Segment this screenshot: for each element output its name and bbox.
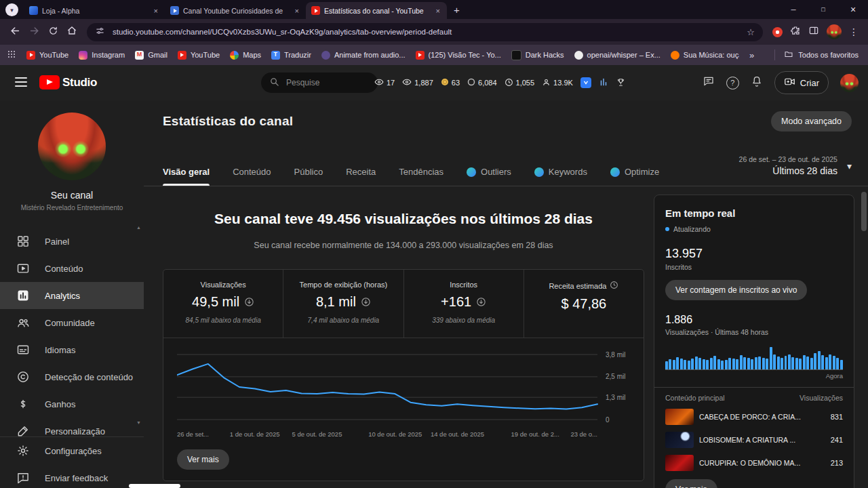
period-selector[interactable]: 26 de set. – 23 de out. de 2025 Últimos … xyxy=(739,155,852,176)
vidiq-icon[interactable] xyxy=(580,77,591,88)
sidebar-item-gear[interactable]: Configurações xyxy=(0,437,144,464)
search-input[interactable] xyxy=(285,77,370,88)
sidebar-item-feedback[interactable]: Enviar feedback xyxy=(0,464,144,488)
apps-grid-icon[interactable] xyxy=(7,49,16,60)
realtime-bar xyxy=(732,359,735,369)
sidebar-item-copyright[interactable]: Detecção de conteúdo xyxy=(0,363,144,390)
bookmark-label: openai/whisper – Ex... xyxy=(587,51,660,59)
minimize-button[interactable]: ─ xyxy=(778,0,808,19)
top-content-row[interactable]: LOBISOMEM: A CRIATURA ...241 xyxy=(665,432,843,448)
equalizer-icon[interactable] xyxy=(599,77,608,88)
url-input[interactable] xyxy=(111,27,741,37)
bookmark-item[interactable]: Traduzir xyxy=(271,50,311,60)
side-panel-icon[interactable] xyxy=(808,25,819,39)
home-button[interactable] xyxy=(62,22,81,41)
page-scrollbar[interactable] xyxy=(861,100,867,488)
tab-close-icon[interactable]: × xyxy=(153,7,159,15)
sidebar-item-dollar[interactable]: Ganhos xyxy=(0,390,144,418)
metric-value-row: +161 xyxy=(407,294,521,310)
bookmark-item[interactable]: YouTube xyxy=(178,50,220,60)
forward-button[interactable] xyxy=(24,22,43,41)
youtube-studio-logo[interactable]: Studio xyxy=(39,75,97,89)
bookmark-item[interactable]: Animate from audio... xyxy=(321,50,406,60)
refresh-button[interactable] xyxy=(43,22,62,41)
analytics-tab[interactable]: Visão geral xyxy=(163,167,210,186)
back-button[interactable] xyxy=(5,22,24,41)
tab-search-button[interactable]: ▾ xyxy=(5,3,18,16)
help-icon[interactable]: ? xyxy=(726,77,739,89)
channel-avatar[interactable] xyxy=(840,74,859,92)
tab-close-icon[interactable]: × xyxy=(294,7,300,15)
bookmark-item[interactable]: Dark Hacks xyxy=(511,50,564,60)
bookmark-item[interactable]: Sua Música: ouça gr... xyxy=(671,50,739,60)
advanced-mode-button[interactable]: Modo avançado xyxy=(771,111,852,131)
close-button[interactable]: × xyxy=(838,0,868,19)
browser-profile-avatar[interactable] xyxy=(827,24,842,39)
address-bar[interactable]: ☆ xyxy=(87,23,763,41)
sidebar-item-analytics[interactable]: Analytics xyxy=(0,282,144,309)
top-content-row[interactable]: CURUPIRA: O DEMÔNIO MA...213 xyxy=(665,455,843,471)
tab-close-icon[interactable]: × xyxy=(435,7,441,15)
analytics-tab[interactable]: Outliers xyxy=(467,167,511,186)
extensions-puzzle-icon[interactable] xyxy=(790,25,801,39)
channel-avatar-large[interactable] xyxy=(38,113,106,180)
metric-card[interactable]: Tempo de exibição (horas)8,1 mil7,4 mil … xyxy=(283,270,403,338)
bookmark-item[interactable]: YouTube xyxy=(26,50,68,60)
analytics-tab[interactable]: Optimize xyxy=(610,167,659,186)
sidebar-item-dashboard[interactable]: Painel xyxy=(0,228,144,255)
bookmark-item[interactable]: Gmail xyxy=(135,50,167,60)
bookmark-item[interactable]: openai/whisper – Ex... xyxy=(574,50,660,60)
metric-card[interactable]: Inscritos+161339 abaixo da média xyxy=(404,270,524,338)
sidebar-item-brush[interactable]: Personalização xyxy=(0,418,144,436)
chart-x-tick: 19 de out. de 2... xyxy=(511,430,559,438)
sidebar-item-content[interactable]: Conteúdo xyxy=(0,255,144,282)
sidebar-scroll-up-icon[interactable]: ▲ xyxy=(136,225,141,230)
see-more-button[interactable]: Ver mais xyxy=(177,449,229,470)
browser-tab[interactable]: Loja - Alpha× xyxy=(24,2,165,19)
home-icon xyxy=(66,25,77,39)
metric-card[interactable]: Receita estimada$ 47,86 xyxy=(524,270,644,338)
browser-menu-icon[interactable]: ⋮ xyxy=(849,26,859,37)
extension-stat: 13.9K xyxy=(542,78,573,88)
sidebar-item-community[interactable]: Comunidade xyxy=(0,309,144,336)
analytics-tab[interactable]: Público xyxy=(294,167,323,186)
browser-tab[interactable]: Canal Youtube Curiosidades de× xyxy=(165,2,306,19)
hamburger-menu-icon[interactable] xyxy=(15,77,27,87)
realtime-bar xyxy=(713,356,716,369)
sidebar-item-subtitles[interactable]: Idiomas xyxy=(0,336,144,363)
realtime-bar xyxy=(721,361,724,369)
all-favorites-button[interactable]: Todos os favoritos xyxy=(774,49,861,60)
metric-card[interactable]: Visualizações49,5 mil84,5 mil abaixo da … xyxy=(163,270,283,338)
site-settings-icon[interactable] xyxy=(95,26,105,39)
maximize-button[interactable]: □ xyxy=(808,0,838,19)
bookmarks-overflow-icon[interactable]: » xyxy=(749,50,754,60)
bookmark-item[interactable]: Instagram xyxy=(79,50,125,60)
realtime-bar xyxy=(665,361,668,369)
feedback-bubble-icon[interactable] xyxy=(703,75,715,90)
live-subscriber-count-button[interactable]: Ver contagem de inscritos ao vivo xyxy=(665,280,807,300)
bookmark-item[interactable]: Maps xyxy=(230,50,261,60)
updating-label: Atualizando xyxy=(673,225,711,233)
browser-tab[interactable]: Estatísticas do canal - YouTube× xyxy=(306,2,447,19)
extension-red-icon[interactable] xyxy=(772,27,783,37)
analytics-tab[interactable]: Receita xyxy=(346,167,376,186)
sparkle-icon xyxy=(467,167,476,177)
bookmark-item[interactable]: (125) Visão Tec - Yo... xyxy=(416,50,501,60)
analytics-tab[interactable]: Conteúdo xyxy=(233,167,271,186)
new-tab-button[interactable]: + xyxy=(454,4,460,16)
trophy-icon[interactable] xyxy=(616,77,626,89)
notifications-bell-icon[interactable] xyxy=(751,75,763,90)
realtime-updating: Atualizando xyxy=(665,225,843,233)
studio-search-box[interactable] xyxy=(261,73,378,93)
sidebar-scroll-down-icon[interactable]: ▼ xyxy=(136,420,141,425)
analytics-tab[interactable]: Tendências xyxy=(399,167,443,186)
create-button[interactable]: Criar xyxy=(774,71,829,94)
realtime-title: Em tempo real xyxy=(665,207,843,219)
bookmark-star-icon[interactable]: ☆ xyxy=(747,27,755,37)
analytics-tab[interactable]: Keywords xyxy=(534,167,587,186)
analytics-tab-label: Tendências xyxy=(399,167,443,177)
scrollbar-thumb[interactable] xyxy=(861,192,867,231)
top-content-row[interactable]: CABEÇA DE PORCO: A CRIA...831 xyxy=(665,409,843,425)
realtime-see-more-button[interactable]: Ver mais xyxy=(665,479,717,488)
chart-x-tick: 10 de out. de 2025 xyxy=(368,430,422,438)
